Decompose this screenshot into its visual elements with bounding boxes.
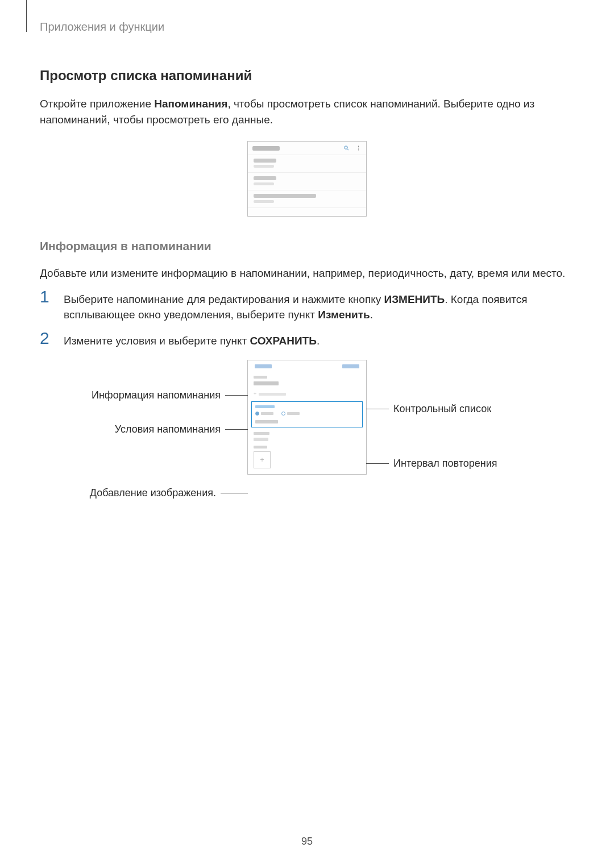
intro-text-1: Откройте приложение [40, 98, 154, 110]
page-number: 95 [0, 836, 614, 848]
repeat-section[interactable] [248, 427, 366, 442]
plus-icon: + [260, 456, 264, 464]
conditions-box [251, 401, 363, 427]
callout-info: Информация напоминания [92, 389, 248, 401]
section-heading: Просмотр списка напоминаний [40, 68, 574, 84]
add-checklist-row[interactable]: + [248, 389, 366, 401]
radio-time[interactable] [255, 412, 273, 416]
phone-header [248, 142, 366, 155]
step-2: 2 Измените условия и выберите пункт СОХР… [40, 330, 574, 349]
list-item[interactable] [248, 155, 366, 173]
page-side-rule [26, 0, 27, 32]
breadcrumb: Приложения и функции [40, 20, 574, 34]
more-options-icon[interactable] [355, 145, 362, 151]
info-section [248, 372, 366, 389]
step1-text-3: . [370, 309, 373, 321]
cancel-button-blurred[interactable] [255, 364, 272, 368]
subsection-heading: Информация в напоминании [40, 239, 574, 253]
step1-bold-1: ИЗМЕНИТЬ [384, 293, 445, 305]
intro-paragraph: Откройте приложение Напоминания, чтобы п… [40, 96, 574, 127]
image-section: + [248, 442, 366, 474]
svg-point-3 [358, 148, 359, 148]
svg-point-2 [358, 146, 359, 147]
phone-screenshot-edit: + + [247, 360, 367, 475]
phone-title-blurred [252, 146, 280, 151]
phone-screenshot-list [247, 141, 367, 217]
callout-checklist: Контрольный список [366, 403, 491, 415]
svg-point-4 [358, 149, 359, 150]
callout-repeat: Интервал повторения [366, 458, 497, 470]
step1-text-1: Выберите напоминание для редактирования … [64, 293, 384, 305]
plus-icon: + [254, 391, 256, 397]
intro-app-name: Напоминания [154, 98, 227, 110]
step-1: 1 Выберите напоминание для редактировани… [40, 288, 574, 323]
add-image-button[interactable]: + [254, 451, 271, 468]
reminder-edit-figure: + + Инф [40, 360, 574, 513]
step2-text-2: . [317, 335, 320, 347]
step-number-1: 1 [40, 288, 64, 305]
list-item[interactable] [248, 190, 366, 208]
callout-conditions: Условия напоминания [115, 423, 248, 435]
edit-header [248, 360, 366, 372]
svg-line-1 [347, 149, 349, 150]
reminders-list-figure [40, 141, 574, 217]
step1-bold-2: Изменить [318, 309, 370, 321]
save-button-blurred[interactable] [342, 364, 359, 368]
step2-bold-1: СОХРАНИТЬ [250, 335, 317, 347]
step2-text-1: Измените условия и выберите пункт [64, 335, 250, 347]
step-number-2: 2 [40, 330, 64, 347]
search-icon[interactable] [343, 145, 350, 151]
svg-point-0 [345, 146, 348, 149]
subsection-body: Добавьте или измените информацию в напом… [40, 265, 574, 281]
radio-place[interactable] [281, 412, 300, 416]
list-item[interactable] [248, 173, 366, 190]
callout-add-image: Добавление изображения. [90, 487, 248, 499]
